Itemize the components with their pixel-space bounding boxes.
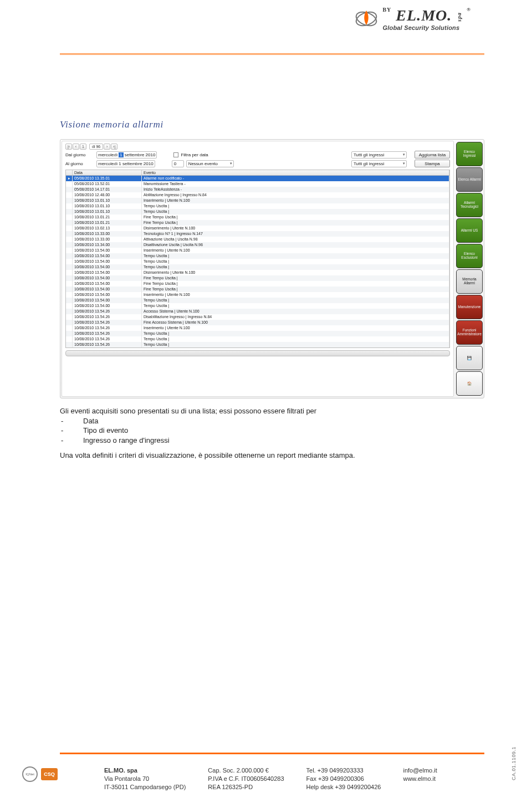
brand-suffix: spa: [456, 12, 462, 22]
col-date-header[interactable]: Data: [73, 170, 142, 175]
table-row[interactable]: 10/08/2010 13.54.00Tempo Uscita |: [66, 298, 449, 303]
table-row[interactable]: 10/08/2010 13.01.21Fine Tempo Uscita |: [66, 220, 449, 226]
sidebar-button[interactable]: Funzioni Amministratore: [456, 320, 483, 345]
brand-tagline: Global Security Solutions: [382, 24, 459, 31]
table-row[interactable]: 10/08/2010 13.54.00Tempo Uscita |: [66, 303, 449, 309]
table-row[interactable]: 10/08/2010 13.01.10Tempo Uscita |: [66, 203, 449, 209]
ingress-select-1[interactable]: Tutti gli ingressi: [351, 151, 407, 158]
page-content: Visione memoria allarmi |‹ ‹ 1 di 96 › ›…: [60, 119, 484, 461]
page-footer: IQNet CSQ EL.MO. spa Via Pontarola 70 IT…: [22, 766, 510, 791]
nav-prev-button[interactable]: ‹: [73, 144, 79, 150]
main-panel: |‹ ‹ 1 di 96 › ›| Dal giorno mercoledì 1…: [62, 141, 454, 397]
event-grid: Data Evento ▸05/08/2010 13.35.01Allarme …: [65, 170, 450, 348]
sidebar-button[interactable]: Manutenzione: [456, 295, 483, 319]
footer-col-4: info@elmo.it www.elmo.it: [403, 766, 437, 791]
table-row[interactable]: 10/08/2010 13.54.00Tempo Uscita |: [66, 264, 449, 270]
brand-name: EL.MO.: [396, 7, 452, 24]
bullet-event-type: Tipo di evento: [83, 426, 128, 436]
brand-text: BY EL.MO. spa ® Global Security Solution…: [382, 7, 471, 31]
table-row[interactable]: 10/08/2010 13.54.00Fine Tempo Uscita |: [66, 281, 449, 287]
brand-logo: BY EL.MO. spa ® Global Security Solution…: [355, 7, 471, 31]
table-row[interactable]: 10/08/2010 13.54.00Disinserimento | Uten…: [66, 270, 449, 275]
from-date-input[interactable]: mercoledì 1 settembre 2010: [96, 151, 157, 158]
table-row[interactable]: 10/08/2010 13.54.26Tempo Uscita |: [66, 342, 449, 347]
section-title: Visione memoria allarmi: [60, 119, 484, 130]
ingress-select-2[interactable]: Tutti gli ingressi: [351, 160, 407, 167]
sidebar-button[interactable]: Allarmi US: [456, 218, 483, 243]
sidebar-button[interactable]: Allarmi Tecnologici: [456, 193, 483, 217]
table-row[interactable]: 10/08/2010 13.54.00Tempo Uscita |: [66, 253, 449, 259]
table-row[interactable]: 10/08/2010 13.01.10Tempo Uscita |: [66, 209, 449, 214]
event-type-select[interactable]: Nessun evento: [186, 160, 234, 167]
table-row[interactable]: 10/08/2010 13.01.21Fine Tempo Uscita |: [66, 214, 449, 220]
table-row[interactable]: 10/08/2010 13.33.00Tecnologico N? 1 | In…: [66, 231, 449, 237]
filter-date-label: Filtra per data: [181, 152, 208, 157]
to-date-input[interactable]: mercoledì 1 settembre 2010: [96, 160, 155, 167]
para-1: Gli eventi acquisiti sono presentati su …: [60, 406, 484, 416]
footer-col-2: Cap. Soc. 2.000.000 € P.IVA e C.F. IT006…: [208, 766, 284, 791]
table-row[interactable]: 10/08/2010 13.01.10Inserimento | Utente …: [66, 198, 449, 203]
table-row[interactable]: 05/08/2010 13.52.01Manomissione Tastiera…: [66, 181, 449, 187]
sidebar: Elenco IngressiElenco AllarmiAllarmi Tec…: [456, 141, 483, 397]
table-row[interactable]: 10/08/2010 13.54.00Tempo Uscita |: [66, 259, 449, 264]
table-row[interactable]: 05/08/2010 14.17.01Inizio TeleAssistenza…: [66, 187, 449, 192]
description-text: Gli eventi acquisiti sono presentati su …: [60, 406, 484, 461]
cert-badges: IQNet CSQ: [22, 766, 58, 782]
table-row[interactable]: ▸05/08/2010 13.35.01Allarme non codifica…: [66, 176, 449, 181]
horizontal-scrollbar[interactable]: [65, 350, 450, 356]
logo-mark-icon: [355, 7, 378, 30]
nav-first-button[interactable]: |‹: [65, 144, 72, 150]
table-row[interactable]: 10/08/2010 13.54.26Tempo Uscita |: [66, 336, 449, 342]
footer-col-1: EL.MO. spa Via Pontarola 70 IT-35011 Cam…: [104, 766, 186, 791]
table-row[interactable]: 10/08/2010 13.54.26Inserimento | Utente …: [66, 325, 449, 331]
footer-divider: [60, 753, 484, 754]
from-label: Dal giorno: [65, 152, 94, 157]
table-row[interactable]: 10/08/2010 13.54.00Fine Tempo Uscita |: [66, 275, 449, 281]
print-button[interactable]: Stampa: [415, 160, 450, 167]
bullet-ingress: Ingresso o range d'ingressi: [83, 436, 170, 446]
app-screenshot: |‹ ‹ 1 di 96 › ›| Dal giorno mercoledì 1…: [60, 139, 484, 398]
table-row[interactable]: 10/08/2010 13.54.26Tempo Uscita |: [66, 331, 449, 336]
footer-col-3: Tel. +39 0499203333 Fax +39 0499200306 H…: [306, 766, 381, 791]
table-row[interactable]: 10/08/2010 13.02.13Disinserimento | Uten…: [66, 226, 449, 231]
document-code: CA.01.1109.1: [511, 746, 516, 780]
grid-header: Data Evento: [66, 170, 449, 176]
page-header: BY EL.MO. spa ® Global Security Solution…: [0, 7, 532, 31]
filter-bar: |‹ ‹ 1 di 96 › ›| Dal giorno mercoledì 1…: [62, 141, 453, 170]
refresh-button[interactable]: Aggiorna lista: [415, 151, 450, 158]
para-2: Una volta definiti i criteri di visualiz…: [60, 451, 484, 461]
sidebar-button[interactable]: Elenco Allarmi: [456, 167, 483, 192]
table-row[interactable]: 10/08/2010 12.48.00Abilitazione Ingresso…: [66, 192, 449, 198]
table-row[interactable]: 10/08/2010 13.33.00Attivazione Uscita | …: [66, 237, 449, 242]
grid-body: ▸05/08/2010 13.35.01Allarme non codifica…: [66, 176, 449, 347]
table-row[interactable]: 10/08/2010 13.54.26Accesso Sistema | Ute…: [66, 309, 449, 314]
sidebar-button[interactable]: Elenco Esclusioni: [456, 244, 483, 268]
sidebar-button[interactable]: 💾: [456, 346, 483, 370]
sidebar-button[interactable]: 🏠: [456, 371, 483, 396]
nav-next-button[interactable]: ›: [104, 144, 110, 150]
brand-by: BY: [382, 7, 391, 13]
filter-date-checkbox[interactable]: [173, 152, 178, 157]
record-counter: di 96: [89, 144, 103, 150]
table-row[interactable]: 10/08/2010 13.54.26Disabilitazione Ingre…: [66, 314, 449, 320]
nav-last-button[interactable]: ›|: [111, 144, 117, 150]
reg-icon: ®: [467, 7, 471, 12]
header-divider: [60, 53, 484, 55]
sidebar-button[interactable]: Elenco Ingressi: [456, 142, 483, 166]
csq-badge-icon: CSQ: [41, 768, 58, 780]
bullet-data: Data: [83, 416, 98, 426]
iqnet-badge-icon: IQNet: [22, 766, 38, 782]
col-event-header[interactable]: Evento: [142, 170, 449, 175]
event-number-input[interactable]: 0: [172, 160, 184, 167]
record-nav: |‹ ‹ 1 di 96 › ›|: [65, 144, 450, 151]
footer-columns: EL.MO. spa Via Pontarola 70 IT-35011 Cam…: [71, 766, 510, 791]
sidebar-button[interactable]: Memoria Allarmi: [456, 269, 483, 294]
table-row[interactable]: 10/08/2010 13.54.26Fine Accesso Sistema …: [66, 320, 449, 325]
to-label: Al giorno: [65, 161, 94, 166]
nav-record: 1: [80, 144, 86, 150]
table-row[interactable]: 10/08/2010 13.54.00Inserimento | Utente …: [66, 292, 449, 298]
table-row[interactable]: 10/08/2010 13.34.00Disattivazione Uscita…: [66, 242, 449, 248]
table-row[interactable]: 10/08/2010 13.54.00Fine Tempo Uscita |: [66, 287, 449, 292]
table-row[interactable]: 10/08/2010 13.54.00Inserimento | Utente …: [66, 248, 449, 253]
